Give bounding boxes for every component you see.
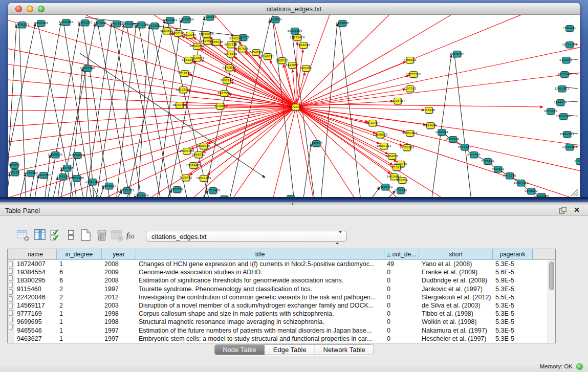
window-titlebar[interactable]: citations_edges.txt (8, 3, 580, 15)
network-node[interactable]: 16873222 (166, 17, 174, 24)
network-node[interactable]: 17959924 (73, 152, 81, 159)
network-node[interactable]: 16216485 (537, 193, 546, 197)
network-node[interactable]: 2803144 (223, 77, 231, 84)
cell-out_degree[interactable]: 0 (384, 301, 419, 310)
close-panel-icon[interactable]: ✕ (574, 206, 580, 214)
cell-out_degree[interactable]: 0 (384, 293, 419, 301)
network-canvas[interactable]: 1403557120891406121209641065328715276029… (8, 15, 580, 197)
network-node[interactable]: 2935114 (484, 158, 492, 165)
network-node[interactable]: 16543382 (193, 43, 201, 50)
network-node[interactable]: 7625402 (182, 174, 190, 181)
network-node[interactable]: 18724007 (292, 104, 300, 111)
cell-name[interactable]: 18300295 (14, 276, 57, 285)
row-boxes-icon[interactable] (64, 229, 78, 242)
cell-name[interactable]: 14569117 (14, 301, 57, 310)
network-node[interactable]: 16782753 (123, 187, 131, 194)
cell-year[interactable]: 2009 (102, 268, 136, 276)
network-node[interactable]: 20206536 (51, 151, 59, 158)
cell-out_degree[interactable]: 49 (384, 260, 419, 268)
cell-title[interactable]: Investigating the contribution of common… (136, 293, 384, 301)
network-node[interactable]: 9242848 (225, 64, 233, 71)
network-node[interactable]: 1590441 (565, 25, 574, 32)
column-header-in_degree[interactable]: in_degree (57, 249, 102, 260)
column-header-title[interactable]: title (136, 249, 384, 260)
cell-in_degree[interactable]: 6 (57, 268, 102, 276)
cell-pagerank[interactable]: 5.3E-5 (493, 301, 533, 310)
cell-year[interactable]: 1997 (102, 326, 136, 335)
table-row[interactable]: 969969511998Structural magnetic resonanc… (14, 318, 548, 326)
cell-out_degree[interactable]: 0 (384, 335, 419, 343)
column-header-year[interactable]: year (102, 249, 136, 260)
cell-short[interactable]: Jankovic et al. (1997) (419, 285, 493, 293)
network-node[interactable]: 9146821 (264, 53, 272, 60)
network-node[interactable]: 20053346 (83, 65, 92, 72)
network-node[interactable]: 12213344 (179, 86, 187, 93)
network-node[interactable]: 7485083 (406, 57, 414, 63)
cell-title[interactable]: Genome-wide association studies in ADHD. (136, 268, 384, 276)
network-node[interactable]: 12120964 (62, 19, 70, 26)
cell-short[interactable]: Dudbridge et al. (2008) (419, 276, 493, 285)
network-node[interactable]: 20891406 (37, 20, 45, 27)
network-node[interactable]: 6522057 (288, 62, 296, 69)
cell-short[interactable]: Wolkin et al. (1998) (419, 318, 493, 326)
network-node[interactable]: 6879197 (461, 144, 469, 150)
scrollbar-thumb[interactable] (549, 261, 554, 290)
network-node[interactable]: 10719155 (125, 21, 133, 28)
network-node[interactable]: 9466161 (113, 20, 121, 27)
cell-year[interactable]: 1998 (102, 310, 136, 318)
network-node[interactable]: 1440954 (438, 129, 446, 136)
float-panel-icon[interactable] (559, 207, 567, 214)
network-node[interactable]: 16033809 (182, 16, 190, 23)
cell-in_degree[interactable]: 1 (57, 260, 102, 268)
network-node[interactable]: 16099483 (189, 162, 198, 169)
network-node[interactable]: 16046755 (183, 148, 191, 155)
cell-title[interactable]: Changes of HCN gene expression and I(f) … (136, 260, 384, 268)
network-node[interactable]: 9474444 (470, 151, 478, 158)
table-row[interactable]: 2242004622012Investigating the contribut… (14, 293, 548, 301)
network-node[interactable]: 19756928 (403, 144, 411, 151)
network-node[interactable]: 9857791 (173, 186, 181, 193)
cell-year[interactable]: 2008 (102, 276, 136, 285)
network-node[interactable]: 12106427 (394, 98, 402, 104)
vertical-scrollbar[interactable] (548, 260, 555, 343)
table-row[interactable]: 1872400712008Changes of HCN gene express… (14, 260, 548, 268)
cell-out_degree[interactable]: 0 (384, 318, 419, 326)
table-row[interactable]: 911546021997Tourette syndrome. Phenomeno… (14, 285, 548, 293)
network-node[interactable]: 8860128 (174, 30, 182, 37)
cell-pagerank[interactable]: 5.9E-5 (493, 276, 533, 285)
cell-in_degree[interactable]: 1 (57, 326, 102, 335)
row-gutter-box[interactable] (9, 275, 13, 281)
network-node[interactable]: 19654923 (406, 130, 414, 137)
network-node[interactable]: 13505135 (73, 175, 81, 182)
column-header-out_degree[interactable]: △out_de... (384, 249, 419, 260)
network-node[interactable]: 9498222 (194, 151, 203, 158)
network-node[interactable]: 1864093 (299, 42, 308, 49)
network-node[interactable]: 12325419 (293, 34, 301, 41)
row-gutter-box[interactable] (9, 317, 13, 322)
tab-node-table[interactable]: Node Table (214, 345, 265, 355)
cell-in_degree[interactable]: 6 (57, 276, 102, 285)
cell-title[interactable]: Disruption of a novel member of a sodium… (136, 301, 384, 310)
cell-short[interactable]: Hescheler et al. (1997) (419, 335, 493, 343)
network-node[interactable]: 8471676 (506, 172, 514, 179)
network-node[interactable]: 1733426 (397, 187, 405, 194)
delete-table-icon[interactable] (95, 229, 108, 242)
cell-year[interactable]: 1998 (102, 318, 136, 326)
network-node[interactable]: 18807243 (380, 143, 388, 149)
tab-edge-table[interactable]: Edge Table (265, 345, 315, 355)
cell-out_degree[interactable]: 0 (384, 276, 419, 285)
cell-year[interactable]: 1997 (102, 285, 136, 293)
cell-title[interactable]: Estimation of the future numbers of pati… (136, 326, 384, 335)
cell-year[interactable]: 2008 (102, 260, 136, 268)
column-header-name[interactable]: name (14, 249, 57, 260)
table-row[interactable]: 1938455462009Genome-wide association stu… (14, 268, 548, 276)
table-settings-icon[interactable] (17, 229, 30, 242)
cell-out_degree[interactable]: 0 (384, 285, 419, 293)
network-node[interactable]: 9097588 (63, 165, 71, 171)
row-gutter-box[interactable] (9, 261, 13, 267)
network-node[interactable]: 8454749 (252, 49, 260, 56)
network-node[interactable]: 39134 (11, 169, 19, 176)
network-node[interactable]: 9899695 (426, 122, 434, 129)
network-node[interactable]: 12923448 (137, 192, 145, 197)
row-gutter-box[interactable] (9, 310, 13, 316)
